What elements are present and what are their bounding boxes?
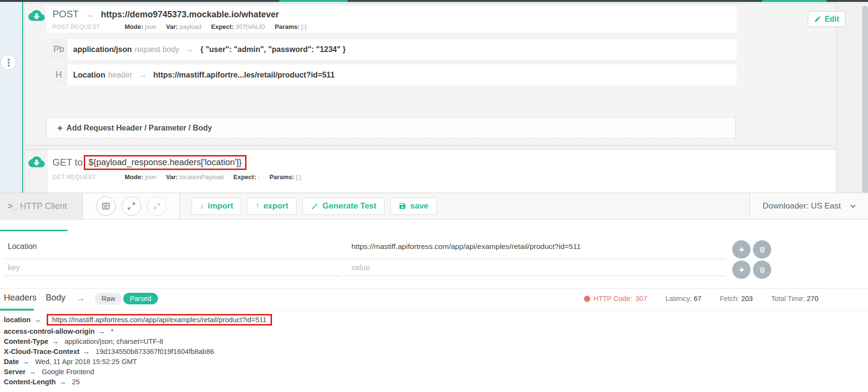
http-code-status: HTTP Code: 307 (584, 295, 648, 302)
hidden-tab-active-indicator (0, 230, 67, 231)
form-view-button[interactable] (96, 196, 116, 216)
request-header-row[interactable]: H Location header → https://mastiff.apif… (50, 65, 737, 85)
get-method-line[interactable]: GET to ${payload_response.headers['locat… (52, 155, 246, 170)
trash-icon (758, 246, 766, 254)
collapse-button[interactable] (147, 196, 167, 216)
http-client-toolbar: >_ HTTP Client ↓ import ↑ export (0, 193, 868, 220)
downloader-selector[interactable]: Downloader: US East (750, 193, 868, 219)
tab-body[interactable]: Body (46, 293, 65, 303)
raw-mode-toggle[interactable]: Raw (95, 293, 122, 304)
response-header-row: location → https://mastiff.apifortress.c… (4, 314, 272, 326)
post-method: POST (52, 9, 78, 20)
body-content-type: application/json (73, 45, 132, 54)
new-header-value-input[interactable] (344, 260, 725, 276)
active-tab-indicator (0, 309, 34, 311)
component-sidebar (0, 2, 22, 193)
generate-test-button[interactable]: Generate Test (302, 197, 385, 215)
body-value: { "user": "admin", "password": "1234" } (200, 45, 346, 54)
post-meta-line: POST REQUEST Mode: json Var: payload Exp… (52, 23, 316, 30)
arrow-icon: → (52, 338, 59, 345)
response-header-row: access-control-allow-origin → * (4, 327, 272, 336)
get-meta-var: Var: locationPayload (166, 173, 224, 181)
http-client-actions: ↓ import ↑ export Generate Test save (180, 193, 437, 219)
response-header-row: Server → Google Frontend (4, 367, 272, 377)
get-meta-line: GET REQUEST Mode: json Var: locationPayl… (52, 173, 311, 181)
terminal-prompt-icon: >_ (8, 201, 16, 211)
add-request-header-parameter-body-button[interactable]: + Add Request Header / Parameter / Body (46, 117, 736, 139)
chevron-down-icon (849, 202, 857, 210)
request-header-badge: H (50, 65, 67, 85)
http-client-title: HTTP Client (20, 201, 67, 211)
cloud-download-icon (28, 7, 45, 24)
get-meta-mode: Mode: json (125, 173, 156, 181)
arrow-icon: → (83, 348, 90, 355)
trash-icon (758, 266, 766, 274)
arrow-icon: → (34, 316, 41, 324)
highlighted-location-value: https://mastiff.apifortress.com/app/api/… (47, 314, 272, 326)
post-type-label: POST REQUEST (52, 24, 125, 30)
expand-button[interactable] (122, 196, 141, 216)
status-dot-icon (584, 296, 590, 302)
get-type-label: GET REQUEST (52, 174, 125, 181)
edit-button-label: Edit (825, 15, 839, 24)
response-status-row: HTTP Code: 307 Latency:67 Fetch:203 Tota… (584, 295, 818, 302)
pencil-icon (814, 15, 821, 23)
workspace-scrollbar-thumb[interactable] (862, 6, 868, 194)
response-header-row: X-Cloud-Trace-Context → 19d134550b873367… (4, 347, 272, 356)
request-body-row[interactable]: Pb application/json request body → { "us… (50, 39, 737, 60)
arrow-icon: → (98, 327, 105, 335)
arrow-icon: → (76, 293, 85, 303)
arrow-icon: → (186, 45, 194, 54)
post-request-card[interactable]: POST → https://demo9745373.mockable.io/w… (46, 6, 737, 33)
post-meta-var: Var: payload (166, 23, 202, 30)
arrow-icon: → (139, 71, 147, 79)
response-header-row: Content-Type → application/json; charset… (4, 337, 272, 346)
workspace-scrollbar-track[interactable] (862, 4, 868, 195)
arrow-icon: → (29, 368, 36, 376)
export-button[interactable]: ↑ export (247, 197, 296, 215)
form-list-icon (101, 201, 111, 211)
response-header-row: Date → Wed, 11 Apr 2018 15:52:25 GMT (4, 357, 272, 366)
post-meta-expect: Expect: 307|VALID (211, 23, 265, 30)
new-header-key-input[interactable] (4, 260, 342, 276)
add-request-label: Add Request Header / Parameter / Body (66, 124, 212, 132)
header-value-input[interactable] (344, 234, 725, 259)
get-component-panel: GET to ${payload_response.headers['locat… (24, 149, 837, 193)
delete-header-button[interactable] (753, 261, 771, 279)
edit-button[interactable]: Edit (808, 11, 845, 27)
header-key-input[interactable] (4, 234, 342, 259)
expand-arrows-icon (127, 201, 136, 211)
import-button[interactable]: ↓ import (192, 197, 241, 215)
plus-icon (738, 246, 746, 254)
arrow-icon: → (22, 358, 29, 366)
request-body-badge: Pb (50, 39, 67, 60)
highlighted-variable-expression: ${payload_response.headers['location']} (84, 155, 246, 170)
floppy-save-icon (399, 202, 406, 210)
add-header-button[interactable] (732, 261, 751, 279)
body-kind-label: request body (135, 45, 180, 54)
post-url: https://demo9745373.mockable.io/whatever (101, 10, 279, 20)
parsed-mode-toggle[interactable]: Parsed (123, 293, 158, 304)
response-header-row: Content-Length → 25 (4, 378, 272, 387)
post-meta-params: Params: [:] (275, 23, 307, 30)
get-meta-expect: Expect: - (233, 173, 260, 181)
get-meta-params: Params: [:] (270, 173, 301, 181)
add-header-button[interactable] (732, 240, 751, 259)
http-client-view-controls (83, 193, 180, 219)
save-button[interactable]: save (390, 197, 437, 215)
magic-wand-icon (311, 202, 319, 210)
test-editor-workspace: POST → https://demo9745373.mockable.io/w… (0, 2, 868, 193)
collapse-arrows-icon (152, 201, 162, 211)
tab-headers[interactable]: Headers (4, 293, 37, 303)
get-icon-gutter (25, 150, 48, 193)
post-component-panel: POST → https://demo9745373.mockable.io/w… (24, 3, 837, 145)
component-more-button[interactable] (0, 54, 16, 70)
more-dots-icon (8, 59, 10, 61)
header-value: https://mastiff.apifortre...les/retail/p… (154, 71, 335, 79)
get-method-prefix: GET to (52, 157, 83, 168)
post-method-line: POST → https://demo9745373.mockable.io/w… (52, 9, 279, 20)
delete-header-button[interactable] (753, 240, 771, 259)
response-headers-list: location → https://mastiff.apifortress.c… (4, 314, 272, 386)
post-meta-mode: Mode: json (125, 23, 156, 30)
downloader-label: Downloader: US East (763, 201, 841, 211)
